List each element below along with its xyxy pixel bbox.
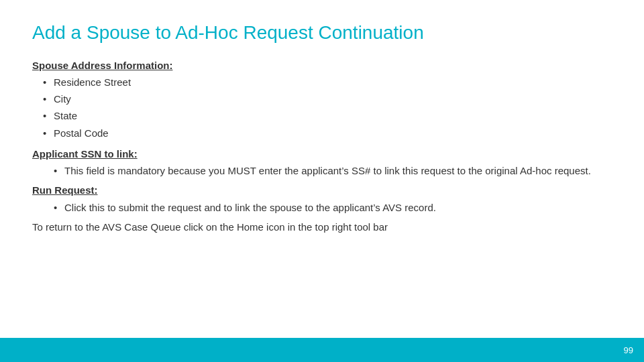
spouse-address-section: Spouse Address Information: Residence St… bbox=[32, 58, 612, 141]
list-item: This field is mandatory because you MUST… bbox=[54, 163, 612, 178]
run-request-section: Run Request: Click this to submit the re… bbox=[32, 182, 612, 215]
content-area: Add a Spouse to Ad-Hoc Request Continuat… bbox=[0, 0, 644, 338]
list-item: Residence Street bbox=[43, 74, 612, 90]
spouse-address-list: Residence Street City State Postal Code bbox=[32, 74, 612, 141]
page-number: 99 bbox=[624, 345, 633, 355]
list-item: State bbox=[43, 108, 612, 123]
spouse-address-heading: Spouse Address Information: bbox=[32, 58, 612, 73]
closing-text: To return to the AVS Case Queue click on… bbox=[32, 219, 612, 235]
list-item: City bbox=[43, 91, 612, 107]
applicant-ssn-heading: Applicant SSN to link: bbox=[32, 146, 612, 162]
applicant-ssn-section: Applicant SSN to link: This field is man… bbox=[32, 146, 612, 179]
run-request-heading: Run Request: bbox=[32, 182, 612, 198]
slide-title: Add a Spouse to Ad-Hoc Request Continuat… bbox=[32, 21, 612, 44]
slide-container: Add a Spouse to Ad-Hoc Request Continuat… bbox=[0, 0, 644, 362]
footer-bar: 99 bbox=[0, 338, 644, 362]
run-request-list: Click this to submit the request and to … bbox=[32, 200, 612, 215]
applicant-ssn-list: This field is mandatory because you MUST… bbox=[32, 163, 612, 178]
list-item: Postal Code bbox=[43, 125, 612, 141]
list-item: Click this to submit the request and to … bbox=[54, 200, 612, 215]
